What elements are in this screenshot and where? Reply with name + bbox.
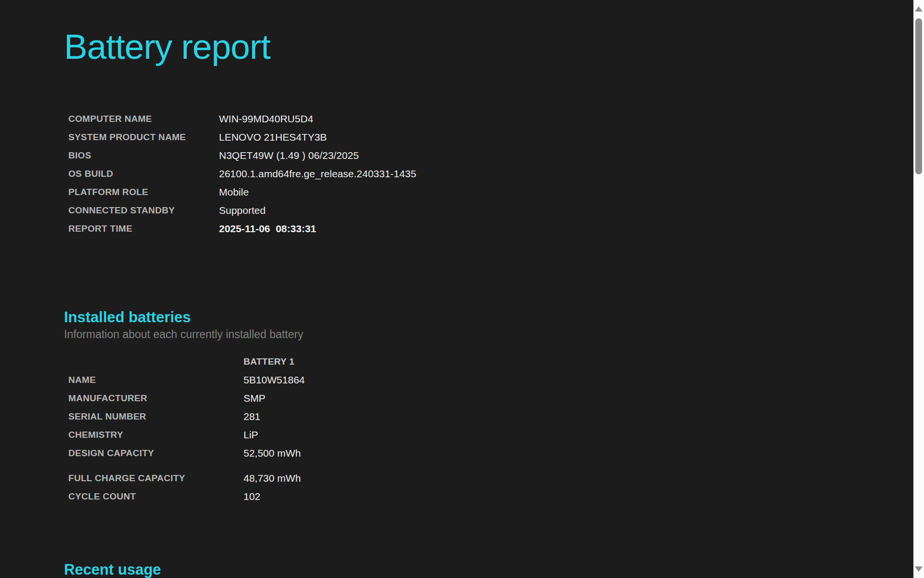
row-label-report-time: REPORT TIME xyxy=(64,223,219,234)
row-value-design-capacity: 52,500 mWh xyxy=(244,447,834,459)
row-label-system-product-name: SYSTEM PRODUCT NAME xyxy=(64,132,219,143)
table-row: CHEMISTRY LiP xyxy=(64,426,834,444)
table-row: COMPUTER NAME WIN-99MD40RU5D4 xyxy=(64,110,834,128)
battery-column-header-row: BATTERY 1 xyxy=(64,353,834,371)
table-row: SERIAL NUMBER 281 xyxy=(64,407,834,426)
table-row: NAME 5B10W51864 xyxy=(64,371,834,389)
scrollbar-up-arrow-icon[interactable] xyxy=(915,6,923,12)
table-row: CONNECTED STANDBY Supported xyxy=(64,201,834,220)
row-label-bios: BIOS xyxy=(64,150,219,161)
row-label-serial-number: SERIAL NUMBER xyxy=(64,411,244,422)
table-row: CYCLE COUNT 102 xyxy=(64,487,834,506)
installed-batteries-table: BATTERY 1 NAME 5B10W51864 MANUFACTURER S… xyxy=(64,353,834,506)
row-value-bios: N3QET49W (1.49 ) 06/23/2025 xyxy=(219,150,834,161)
row-label-connected-standby: CONNECTED STANDBY xyxy=(64,205,219,216)
row-label-design-capacity: DESIGN CAPACITY xyxy=(64,448,244,459)
row-value-chemistry: LiP xyxy=(244,429,834,441)
section-heading-recent-usage: Recent usage xyxy=(64,560,834,578)
row-value-system-product-name: LENOVO 21HES4TY3B xyxy=(219,131,834,143)
table-row: PLATFORM ROLE Mobile xyxy=(64,183,834,201)
system-info-table: COMPUTER NAME WIN-99MD40RU5D4 SYSTEM PRO… xyxy=(64,110,834,238)
table-row: SYSTEM PRODUCT NAME LENOVO 21HES4TY3B xyxy=(64,128,834,146)
section-heading-installed-batteries: Installed batteries xyxy=(64,308,834,327)
row-value-full-charge-capacity: 48,730 mWh xyxy=(244,473,834,484)
row-label-os-build: OS BUILD xyxy=(64,169,219,179)
row-label-computer-name: COMPUTER NAME xyxy=(64,114,219,124)
battery-1-column-header: BATTERY 1 xyxy=(244,356,834,367)
row-value-report-time: 2025-11-06 08:33:31 xyxy=(219,223,834,235)
battery-report-page: Battery report COMPUTER NAME WIN-99MD40R… xyxy=(64,0,834,578)
row-label-chemistry: CHEMISTRY xyxy=(64,430,244,440)
row-value-name: 5B10W51864 xyxy=(244,374,834,386)
scrollbar-thumb[interactable] xyxy=(915,18,922,174)
row-value-os-build: 26100.1.amd64fre.ge_release.240331-1435 xyxy=(219,168,834,180)
row-label-platform-role: PLATFORM ROLE xyxy=(64,187,219,197)
row-label-manufacturer: MANUFACTURER xyxy=(64,393,244,404)
table-row: REPORT TIME 2025-11-06 08:33:31 xyxy=(64,220,834,238)
table-row: OS BUILD 26100.1.amd64fre.ge_release.240… xyxy=(64,165,834,183)
row-label-name: NAME xyxy=(64,375,244,385)
vertical-scrollbar[interactable] xyxy=(913,0,924,578)
page-title: Battery report xyxy=(64,26,834,67)
row-label-full-charge-capacity: FULL CHARGE CAPACITY xyxy=(64,473,244,484)
table-row: BIOS N3QET49W (1.49 ) 06/23/2025 xyxy=(64,146,834,165)
row-value-cycle-count: 102 xyxy=(244,491,834,502)
row-value-manufacturer: SMP xyxy=(244,393,834,404)
table-row: DESIGN CAPACITY 52,500 mWh xyxy=(64,444,834,462)
row-value-computer-name: WIN-99MD40RU5D4 xyxy=(219,113,834,125)
row-value-serial-number: 281 xyxy=(244,411,834,422)
table-row: FULL CHARGE CAPACITY 48,730 mWh xyxy=(64,469,834,487)
section-subtitle-installed-batteries: Information about each currently install… xyxy=(64,327,834,342)
scrollbar-down-arrow-icon[interactable] xyxy=(915,566,923,572)
row-label-cycle-count: CYCLE COUNT xyxy=(64,491,244,502)
table-row: MANUFACTURER SMP xyxy=(64,389,834,407)
row-value-platform-role: Mobile xyxy=(219,186,834,198)
row-value-connected-standby: Supported xyxy=(219,205,834,216)
